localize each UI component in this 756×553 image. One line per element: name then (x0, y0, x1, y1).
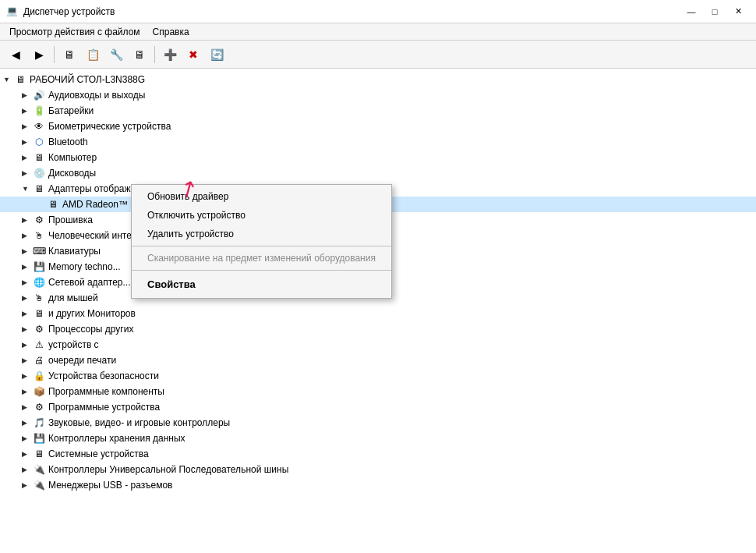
tree-item-sw-components[interactable]: ▶ 📦 Программные компоненты (0, 384, 756, 399)
bluetooth-icon: ⬡ (33, 136, 45, 148)
minimize-button[interactable]: — (680, 4, 703, 19)
processors-icon: ⚙ (33, 323, 45, 335)
tree-item-usb-managers[interactable]: ▶ 🔌 Менеджеры USB - разъемов (0, 477, 756, 493)
toolbar-driver[interactable]: 🔧 (105, 44, 127, 66)
system-chevron: ▶ (22, 450, 30, 458)
mice-icon: 🖱 (33, 292, 45, 304)
computer-icon: 🖥 (33, 151, 45, 164)
display-icon: 🖥 (33, 183, 45, 195)
sound-label: Звуковые, видео- и игровые контроллеры (48, 417, 230, 428)
sw-devices-chevron: ▶ (22, 403, 30, 411)
usb-managers-chevron: ▶ (22, 481, 30, 489)
sound-chevron: ▶ (22, 419, 30, 427)
toolbar-computer[interactable]: 🖥 (58, 44, 80, 66)
menu-bar: Просмотр действия с файлом Справка (0, 23, 756, 41)
tree-item-print[interactable]: ▶ 🖨 очереди печати (0, 353, 756, 368)
battery-icon: 🔋 (33, 105, 45, 117)
monitors-label: и других Мониторов (48, 308, 136, 319)
maximize-button[interactable]: □ (703, 4, 726, 19)
mice-label: для мышей (48, 292, 98, 303)
usb-chevron: ▶ (22, 466, 30, 473)
processors-label: Процессоры других (48, 324, 133, 335)
battery-label: Батарейки (48, 105, 94, 116)
sw-devices-label: Программные устройства (48, 402, 160, 413)
ctx-update-driver[interactable]: Обновить драйвер (132, 187, 391, 206)
system-icon: 🖥 (33, 448, 45, 460)
firmware-icon: ⚙ (33, 214, 45, 226)
unknown-label: устройств с (48, 339, 99, 350)
memory-label: Memory techno... (48, 261, 121, 272)
processors-chevron: ▶ (22, 325, 30, 333)
hid-icon: 🖱 (33, 229, 45, 242)
toolbar-add[interactable]: ➕ (159, 44, 181, 66)
title-bar-controls: — □ ✕ (680, 4, 750, 19)
security-chevron: ▶ (22, 372, 30, 380)
usb-managers-label: Менеджеры USB - разъемов (48, 480, 172, 491)
drives-label: Дисководы (48, 168, 96, 179)
tree-item-bluetooth[interactable]: ▶ ⬡ Bluetooth (0, 134, 756, 150)
network-icon: 🌐 (33, 276, 45, 289)
menu-file[interactable]: Просмотр действия с файлом (3, 25, 147, 39)
sw-components-chevron: ▶ (22, 388, 30, 395)
print-chevron: ▶ (22, 356, 30, 364)
toolbar-display[interactable]: 🖥 (129, 44, 150, 66)
tree-item-system[interactable]: ▶ 🖥 Системные устройства (0, 446, 756, 462)
close-button[interactable]: ✕ (726, 4, 750, 19)
toolbar: ◀ ▶ 🖥 📋 🔧 🖥 ➕ ✖ 🔄 (0, 41, 756, 69)
battery-chevron: ▶ (22, 107, 30, 115)
toolbar-remove[interactable]: ✖ (182, 44, 204, 66)
mice-chevron: ▶ (22, 294, 30, 302)
tree-item-sound[interactable]: ▶ 🎵 Звуковые, видео- и игровые контролле… (0, 415, 756, 431)
tree-item-drives[interactable]: ▶ 💿 Дисководы (0, 165, 756, 181)
security-icon: 🔒 (33, 370, 45, 382)
ctx-delete-device[interactable]: Удалить устройство (132, 225, 391, 243)
toolbar-refresh[interactable]: 🔄 (206, 44, 228, 66)
toolbar-forward[interactable]: ▶ (28, 44, 50, 66)
keyboards-chevron: ▶ (22, 247, 30, 255)
drives-icon: 💿 (33, 167, 45, 179)
monitors-chevron: ▶ (22, 310, 30, 317)
toolbar-sep-2 (154, 46, 155, 63)
tree-item-usb[interactable]: ▶ 🔌 Контроллеры Универсальной Последоват… (0, 462, 756, 477)
toolbar-back[interactable]: ◀ (5, 44, 26, 66)
ctx-disable-device[interactable]: Отключить устройство (132, 206, 391, 225)
tree-item-biometric[interactable]: ▶ 👁 Биометрические устройства (0, 119, 756, 134)
sound-icon: 🎵 (33, 417, 45, 429)
firmware-chevron: ▶ (22, 216, 30, 224)
computer-label: Компьютер (48, 152, 97, 163)
tree-item-monitors[interactable]: ▶ 🖥 и других Мониторов (0, 306, 756, 321)
audio-label: Аудиовходы и выходы (48, 90, 145, 101)
computer-chevron: ▶ (22, 154, 30, 161)
ctx-properties[interactable]: Свойства (132, 273, 391, 296)
bluetooth-chevron: ▶ (22, 138, 30, 146)
tree-item-audio[interactable]: ▶ 🔊 Аудиовходы и выходы (0, 87, 756, 103)
toolbar-properties[interactable]: 📋 (82, 44, 104, 66)
memory-icon: 💾 (33, 261, 45, 273)
usb-managers-icon: 🔌 (33, 479, 45, 491)
root-icon: 🖥 (14, 73, 26, 86)
monitors-icon: 🖥 (33, 307, 45, 320)
storage-icon: 💾 (33, 432, 45, 445)
tree-item-storage[interactable]: ▶ 💾 Контроллеры хранения данных (0, 431, 756, 446)
tree-item-computer[interactable]: ▶ 🖥 Компьютер (0, 150, 756, 165)
menu-help[interactable]: Справка (147, 25, 196, 39)
root-chevron: ▼ (3, 76, 11, 83)
tree-item-sw-devices[interactable]: ▶ ⚙ Программные устройства (0, 399, 756, 415)
sw-components-label: Программные компоненты (48, 386, 164, 397)
keyboards-icon: ⌨ (33, 245, 45, 257)
ctx-sep-1 (132, 246, 391, 246)
ctx-sep-2 (132, 270, 391, 271)
biometric-label: Биометрические устройства (48, 121, 171, 132)
tree-item-battery[interactable]: ▶ 🔋 Батарейки (0, 103, 756, 119)
system-label: Системные устройства (48, 448, 149, 459)
ctx-scan: Сканирование на предмет изменений оборуд… (132, 249, 391, 268)
usb-label: Контроллеры Универсальной Последовательн… (48, 464, 288, 475)
sw-devices-icon: ⚙ (33, 401, 45, 413)
title-bar: 💻 Диспетчер устройств — □ ✕ (0, 0, 756, 23)
amd-icon: 🖥 (47, 198, 59, 211)
tree-item-processors[interactable]: ▶ ⚙ Процессоры других (0, 321, 756, 337)
tree-item-security[interactable]: ▶ 🔒 Устройства безопасности (0, 368, 756, 384)
sw-components-icon: 📦 (33, 385, 45, 398)
tree-root[interactable]: ▼ 🖥 РАБОЧИЙ СТОЛ-L3N388G (0, 72, 756, 87)
tree-item-unknown[interactable]: ▶ ⚠ устройств с (0, 337, 756, 353)
